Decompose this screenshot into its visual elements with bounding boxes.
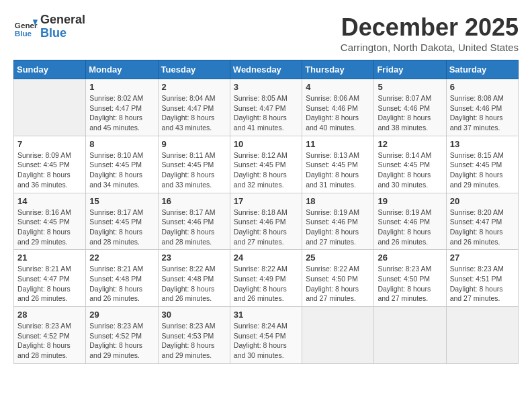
logo-general: General [40, 13, 85, 27]
calendar-cell: 10Sunrise: 8:12 AM Sunset: 4:45 PM Dayli… [230, 136, 302, 193]
day-number: 21 [17, 253, 82, 263]
day-info: Sunrise: 8:17 AM Sunset: 4:45 PM Dayligh… [89, 208, 154, 247]
calendar-table: SundayMondayTuesdayWednesdayThursdayFrid… [13, 60, 519, 364]
day-info: Sunrise: 8:23 AM Sunset: 4:50 PM Dayligh… [378, 264, 442, 304]
calendar-week-1: 1Sunrise: 8:02 AM Sunset: 4:47 PM Daylig… [14, 79, 519, 136]
weekday-header-friday: Friday [374, 60, 446, 79]
day-info: Sunrise: 8:24 AM Sunset: 4:54 PM Dayligh… [234, 321, 298, 361]
day-info: Sunrise: 8:23 AM Sunset: 4:53 PM Dayligh… [162, 321, 226, 361]
calendar-week-4: 21Sunrise: 8:21 AM Sunset: 4:47 PM Dayli… [14, 250, 519, 307]
title-block: December 2025 Carrington, North Dakota, … [341, 13, 519, 53]
day-number: 6 [450, 82, 515, 92]
day-number: 9 [162, 139, 226, 149]
day-number: 22 [89, 253, 154, 263]
calendar-cell [14, 79, 86, 136]
calendar-week-2: 7Sunrise: 8:09 AM Sunset: 4:45 PM Daylig… [14, 136, 519, 193]
day-number: 16 [162, 196, 226, 206]
day-number: 7 [17, 139, 82, 149]
day-number: 2 [162, 82, 226, 92]
month-title: December 2025 [341, 13, 519, 42]
calendar-cell: 17Sunrise: 8:18 AM Sunset: 4:46 PM Dayli… [230, 193, 302, 250]
day-info: Sunrise: 8:22 AM Sunset: 4:50 PM Dayligh… [306, 264, 370, 304]
calendar-cell: 8Sunrise: 8:10 AM Sunset: 4:45 PM Daylig… [86, 136, 158, 193]
weekday-header-tuesday: Tuesday [158, 60, 230, 79]
calendar-cell: 6Sunrise: 8:08 AM Sunset: 4:46 PM Daylig… [446, 79, 518, 136]
day-info: Sunrise: 8:10 AM Sunset: 4:45 PM Dayligh… [89, 150, 154, 190]
day-number: 19 [378, 196, 442, 206]
day-info: Sunrise: 8:22 AM Sunset: 4:49 PM Dayligh… [234, 264, 298, 304]
day-info: Sunrise: 8:11 AM Sunset: 4:45 PM Dayligh… [162, 150, 226, 190]
day-number: 27 [450, 253, 515, 263]
weekday-header-saturday: Saturday [446, 60, 518, 79]
calendar-week-3: 14Sunrise: 8:16 AM Sunset: 4:45 PM Dayli… [14, 193, 519, 250]
weekday-header-row: SundayMondayTuesdayWednesdayThursdayFrid… [14, 60, 519, 79]
calendar-header: SundayMondayTuesdayWednesdayThursdayFrid… [14, 60, 519, 79]
day-info: Sunrise: 8:13 AM Sunset: 4:45 PM Dayligh… [306, 150, 370, 190]
calendar-cell: 19Sunrise: 8:19 AM Sunset: 4:46 PM Dayli… [374, 193, 446, 250]
logo: General Blue General Blue [13, 13, 85, 40]
calendar-cell [302, 307, 374, 364]
day-info: Sunrise: 8:21 AM Sunset: 4:48 PM Dayligh… [89, 264, 154, 304]
calendar-cell: 16Sunrise: 8:17 AM Sunset: 4:46 PM Dayli… [158, 193, 230, 250]
day-number: 17 [234, 196, 298, 206]
day-info: Sunrise: 8:17 AM Sunset: 4:46 PM Dayligh… [162, 208, 226, 247]
day-info: Sunrise: 8:22 AM Sunset: 4:48 PM Dayligh… [162, 264, 226, 304]
calendar-cell: 27Sunrise: 8:23 AM Sunset: 4:51 PM Dayli… [446, 250, 518, 307]
day-number: 28 [17, 310, 82, 320]
day-number: 11 [306, 139, 370, 149]
day-info: Sunrise: 8:19 AM Sunset: 4:46 PM Dayligh… [378, 208, 442, 247]
day-info: Sunrise: 8:21 AM Sunset: 4:47 PM Dayligh… [17, 264, 82, 304]
calendar-cell: 3Sunrise: 8:05 AM Sunset: 4:47 PM Daylig… [230, 79, 302, 136]
day-number: 14 [17, 196, 82, 206]
day-number: 30 [162, 310, 226, 320]
day-number: 24 [234, 253, 298, 263]
day-number: 12 [378, 139, 442, 149]
day-info: Sunrise: 8:23 AM Sunset: 4:52 PM Dayligh… [17, 321, 82, 361]
calendar-cell [374, 307, 446, 364]
calendar-cell: 15Sunrise: 8:17 AM Sunset: 4:45 PM Dayli… [86, 193, 158, 250]
day-info: Sunrise: 8:04 AM Sunset: 4:47 PM Dayligh… [162, 93, 226, 133]
calendar-cell: 2Sunrise: 8:04 AM Sunset: 4:47 PM Daylig… [158, 79, 230, 136]
day-number: 8 [89, 139, 154, 149]
day-number: 29 [89, 310, 154, 320]
calendar-cell: 30Sunrise: 8:23 AM Sunset: 4:53 PM Dayli… [158, 307, 230, 364]
day-number: 25 [306, 253, 370, 263]
weekday-header-thursday: Thursday [302, 60, 374, 79]
day-info: Sunrise: 8:23 AM Sunset: 4:51 PM Dayligh… [450, 264, 515, 304]
calendar-cell: 26Sunrise: 8:23 AM Sunset: 4:50 PM Dayli… [374, 250, 446, 307]
day-info: Sunrise: 8:18 AM Sunset: 4:46 PM Dayligh… [234, 208, 298, 247]
page-header: General Blue General Blue December 2025 … [13, 13, 519, 53]
day-info: Sunrise: 8:09 AM Sunset: 4:45 PM Dayligh… [17, 150, 82, 190]
day-info: Sunrise: 8:15 AM Sunset: 4:45 PM Dayligh… [450, 150, 515, 190]
calendar-cell: 21Sunrise: 8:21 AM Sunset: 4:47 PM Dayli… [14, 250, 86, 307]
calendar-cell: 14Sunrise: 8:16 AM Sunset: 4:45 PM Dayli… [14, 193, 86, 250]
calendar-cell: 9Sunrise: 8:11 AM Sunset: 4:45 PM Daylig… [158, 136, 230, 193]
day-number: 15 [89, 196, 154, 206]
calendar-cell: 1Sunrise: 8:02 AM Sunset: 4:47 PM Daylig… [86, 79, 158, 136]
calendar-cell: 25Sunrise: 8:22 AM Sunset: 4:50 PM Dayli… [302, 250, 374, 307]
day-number: 18 [306, 196, 370, 206]
calendar-cell: 31Sunrise: 8:24 AM Sunset: 4:54 PM Dayli… [230, 307, 302, 364]
weekday-header-sunday: Sunday [14, 60, 86, 79]
weekday-header-monday: Monday [86, 60, 158, 79]
day-number: 31 [234, 310, 298, 320]
day-number: 13 [450, 139, 515, 149]
logo-icon: General Blue [13, 15, 38, 39]
calendar-body: 1Sunrise: 8:02 AM Sunset: 4:47 PM Daylig… [14, 79, 519, 364]
day-info: Sunrise: 8:05 AM Sunset: 4:47 PM Dayligh… [234, 93, 298, 133]
day-number: 1 [89, 82, 154, 92]
calendar-cell: 18Sunrise: 8:19 AM Sunset: 4:46 PM Dayli… [302, 193, 374, 250]
calendar-cell: 5Sunrise: 8:07 AM Sunset: 4:46 PM Daylig… [374, 79, 446, 136]
day-info: Sunrise: 8:02 AM Sunset: 4:47 PM Dayligh… [89, 93, 154, 133]
calendar-cell: 20Sunrise: 8:20 AM Sunset: 4:47 PM Dayli… [446, 193, 518, 250]
day-number: 26 [378, 253, 442, 263]
day-info: Sunrise: 8:12 AM Sunset: 4:45 PM Dayligh… [234, 150, 298, 190]
calendar-cell [446, 307, 518, 364]
calendar-week-5: 28Sunrise: 8:23 AM Sunset: 4:52 PM Dayli… [14, 307, 519, 364]
calendar-cell: 7Sunrise: 8:09 AM Sunset: 4:45 PM Daylig… [14, 136, 86, 193]
svg-text:Blue: Blue [15, 28, 32, 37]
calendar-cell: 22Sunrise: 8:21 AM Sunset: 4:48 PM Dayli… [86, 250, 158, 307]
day-info: Sunrise: 8:16 AM Sunset: 4:45 PM Dayligh… [17, 208, 82, 247]
calendar-cell: 4Sunrise: 8:06 AM Sunset: 4:46 PM Daylig… [302, 79, 374, 136]
day-number: 4 [306, 82, 370, 92]
